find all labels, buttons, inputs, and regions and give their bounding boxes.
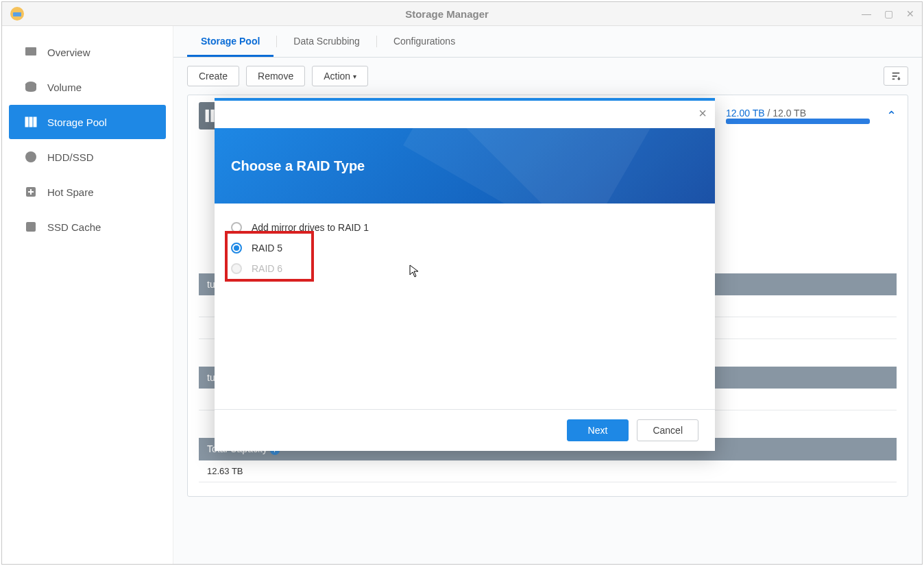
capacity-block: 12.00 TB / 12.0 TB bbox=[726, 108, 870, 124]
disk-icon bbox=[24, 150, 38, 164]
tab-data-scrubbing[interactable]: Data Scrubbing bbox=[280, 26, 374, 57]
volume-icon bbox=[24, 80, 38, 94]
radio-raid6: RAID 6 bbox=[231, 258, 698, 279]
sidebar-label: Overview bbox=[47, 47, 90, 58]
titlebar: Storage Manager — ▢ ✕ bbox=[2, 2, 922, 26]
tabbar: Storage Pool Data Scrubbing Configuratio… bbox=[173, 26, 922, 58]
svg-rect-7 bbox=[29, 117, 32, 127]
modal-close-button[interactable]: × bbox=[698, 106, 707, 120]
svg-rect-6 bbox=[25, 117, 28, 127]
capacity-sep: / bbox=[765, 108, 773, 119]
svg-rect-8 bbox=[34, 117, 36, 127]
window-title: Storage Manager bbox=[32, 8, 862, 20]
sort-icon bbox=[891, 71, 901, 81]
storage-manager-window: Storage Manager — ▢ ✕ Overview Volume St… bbox=[1, 1, 923, 565]
sidebar-item-hdd-ssd[interactable]: HDD/SSD bbox=[9, 140, 166, 174]
create-button[interactable]: Create bbox=[187, 66, 239, 86]
action-button[interactable]: Action▾ bbox=[312, 66, 368, 86]
sidebar-item-ssd-cache[interactable]: SSD Cache bbox=[9, 210, 166, 244]
radio-label: Add mirror drives to RAID 1 bbox=[252, 222, 369, 233]
radio-raid5[interactable]: RAID 5 bbox=[231, 238, 698, 258]
capacity-total: 12.0 TB bbox=[773, 108, 806, 119]
capacity-used: 12.00 TB bbox=[726, 108, 765, 119]
sidebar-label: Storage Pool bbox=[47, 116, 107, 128]
window-controls: — ▢ ✕ bbox=[862, 9, 915, 19]
sidebar-item-volume[interactable]: Volume bbox=[9, 70, 166, 104]
radio-icon bbox=[231, 222, 242, 233]
svg-point-10 bbox=[29, 156, 32, 158]
sidebar-item-hot-spare[interactable]: Hot Spare bbox=[9, 175, 166, 209]
radio-add-mirror[interactable]: Add mirror drives to RAID 1 bbox=[231, 217, 698, 238]
radio-icon bbox=[231, 243, 242, 254]
svg-rect-1 bbox=[13, 12, 21, 16]
modal-footer: Next Cancel bbox=[215, 409, 715, 451]
svg-rect-4 bbox=[27, 52, 35, 54]
cancel-button[interactable]: Cancel bbox=[637, 419, 698, 441]
svg-rect-14 bbox=[210, 110, 214, 122]
radio-label: RAID 6 bbox=[252, 263, 282, 274]
svg-rect-2 bbox=[25, 47, 36, 56]
next-button[interactable]: Next bbox=[567, 419, 629, 441]
table-row: 12.63 TB bbox=[199, 460, 897, 482]
svg-rect-13 bbox=[206, 110, 209, 122]
modal-header: Choose a RAID Type bbox=[215, 128, 715, 204]
spare-icon bbox=[24, 185, 38, 199]
collapse-chevron-icon[interactable]: ⌃ bbox=[886, 108, 897, 123]
tab-storage-pool[interactable]: Storage Pool bbox=[187, 26, 273, 57]
minimize-button[interactable]: — bbox=[862, 9, 871, 19]
modal-title: Choose a RAID Type bbox=[231, 158, 365, 174]
raid-type-modal: × Choose a RAID Type Add mirror drives t… bbox=[215, 98, 715, 451]
sidebar-item-overview[interactable]: Overview bbox=[9, 35, 166, 69]
sort-button[interactable] bbox=[884, 66, 908, 86]
app-icon bbox=[9, 5, 25, 22]
radio-icon bbox=[231, 263, 242, 274]
remove-button[interactable]: Remove bbox=[246, 66, 305, 86]
sidebar-item-storage-pool[interactable]: Storage Pool bbox=[9, 105, 166, 139]
maximize-button[interactable]: ▢ bbox=[884, 9, 893, 19]
sidebar-label: Hot Spare bbox=[47, 186, 94, 198]
radio-label: RAID 5 bbox=[252, 243, 282, 254]
overview-icon bbox=[24, 45, 38, 59]
svg-rect-3 bbox=[27, 49, 30, 51]
sidebar-label: SSD Cache bbox=[47, 221, 101, 233]
cache-icon bbox=[24, 220, 38, 234]
toolbar: Create Remove Action▾ bbox=[173, 58, 922, 95]
sidebar-label: HDD/SSD bbox=[47, 151, 94, 163]
tab-configurations[interactable]: Configurations bbox=[380, 26, 469, 57]
sidebar: Overview Volume Storage Pool HDD/SSD Hot… bbox=[2, 26, 173, 564]
capacity-bar bbox=[726, 119, 870, 124]
close-button[interactable]: ✕ bbox=[905, 9, 915, 19]
cell-total-capacity: 12.63 TB bbox=[199, 460, 897, 482]
chevron-down-icon: ▾ bbox=[353, 73, 356, 80]
sidebar-label: Volume bbox=[47, 82, 82, 93]
modal-body: Add mirror drives to RAID 1 RAID 5 RAID … bbox=[215, 204, 715, 409]
pool-icon bbox=[24, 115, 38, 129]
